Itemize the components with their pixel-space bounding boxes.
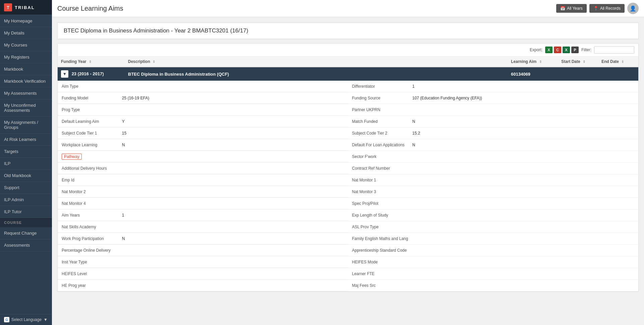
detail-row-nat-monitor1: Nat Monitor 1 [348, 174, 639, 186]
export-pdf-icon[interactable]: P [571, 47, 579, 53]
label-he-prog-year: HE Prog year [62, 283, 122, 288]
google-icon: G [4, 317, 9, 322]
table-panel: Export: X C X P Filter: Funding Year ⇕ [57, 43, 639, 292]
detail-row-contract-ref: Contract Ref Number [348, 163, 639, 174]
value-aim-years: 1 [122, 213, 124, 218]
calendar-icon: 📅 [560, 6, 565, 11]
export-xls2-icon[interactable]: X [563, 47, 570, 53]
topbar: Course Learning Aims 📅 All Years 📍 All R… [52, 0, 644, 17]
sidebar-item-old-markbook[interactable]: Old Markbook [0, 170, 52, 182]
row-toggle-icon[interactable]: ▼ [61, 70, 68, 78]
sidebar-item-my-courses[interactable]: My Courses [0, 39, 52, 51]
sidebar-item-request-change[interactable]: Request Change [0, 227, 52, 239]
sidebar-item-support[interactable]: Support [0, 182, 52, 194]
detail-row-default-learning-aim: Default Learning Aim Y [58, 116, 348, 127]
value-differentiator: 1 [412, 84, 415, 89]
label-aim-type: Aim Type [62, 84, 122, 89]
value-funding-source: 107 (Education Funding Agency (EFA)) [412, 96, 482, 100]
col-header-description: Description ⇕ [125, 57, 508, 67]
label-match-funded: Match Funded [352, 119, 412, 124]
filter-input[interactable] [594, 46, 634, 54]
sidebar-item-ilp-admin[interactable]: ILP Admin [0, 194, 52, 206]
detail-row-additional-delivery: Additional Delivery Hours [58, 163, 348, 174]
detail-row-work-prog: Work Prog Participation N [58, 233, 348, 244]
detail-row-heifes-mode: HEIFES Mode [348, 256, 639, 268]
detail-row-funding-model: Funding Model 25 (16-19 EFA) [58, 92, 348, 104]
label-heifes-level: HEIFES Level [62, 271, 122, 276]
detail-grid-3: Prog Type Partner UKPRN [58, 104, 638, 116]
select-language-label: Select Language [11, 317, 42, 322]
detail-row-nat-monitor2: Nat Monitor 2 [58, 186, 348, 197]
detail-row-workplace-learning: Workplace Learning N [58, 139, 348, 151]
label-contract-ref: Contract Ref Number [352, 166, 412, 171]
label-aim-years: Aim Years [62, 213, 122, 218]
avatar[interactable]: 👤 [627, 3, 639, 14]
select-language-button[interactable]: G Select Language ▼ [0, 314, 52, 325]
sidebar-item-my-registers[interactable]: My Registers [0, 51, 52, 63]
detail-row-nat-monitor4: Nat Monitor 4 [58, 198, 348, 209]
table-row-main[interactable]: ▼ 23 (2016 - 2017) BTEC Diploma in Busin… [58, 67, 638, 81]
label-subject-code-tier2: Subject Code Tier 2 [352, 131, 412, 136]
label-prog-type: Prog Type [62, 107, 122, 112]
sort-arrows-aim[interactable]: ⇕ [539, 60, 542, 64]
detail-grid-5: Subject Code Tier 1 15 Subject Code Tier… [58, 128, 638, 139]
export-xls-icon[interactable]: X [545, 47, 553, 53]
sort-arrows-desc[interactable]: ⇕ [152, 60, 155, 64]
sidebar-item-my-details[interactable]: My Details [0, 27, 52, 39]
main-panel: Course Learning Aims 📅 All Years 📍 All R… [52, 0, 644, 325]
export-label: Export: [530, 48, 542, 52]
row-start-date [558, 67, 598, 81]
label-exp-length: Exp Length of Study [352, 213, 412, 218]
sidebar-item-markbook[interactable]: Markbook [0, 63, 52, 75]
detail-row-maj-fees-src: Maj Fees Src [348, 280, 639, 291]
course-banner: BTEC Diploma in Business Administration … [57, 22, 639, 39]
all-records-button[interactable]: 📍 All Records [589, 4, 625, 13]
col-header-start-date: Start Date ⇕ [558, 57, 598, 67]
label-learner-fte: Learner FTE [352, 271, 412, 276]
label-spec-proj: Spec Proj/Pilot [352, 201, 412, 206]
logo-name: TRIBAL [15, 5, 35, 10]
page-title: Course Learning Aims [57, 5, 123, 12]
sort-arrows-start[interactable]: ⇕ [583, 60, 585, 64]
label-family-english: Family English Maths and Lang [352, 236, 412, 241]
detail-grid-14: Work Prog Participation N Family English… [58, 233, 638, 245]
label-default-loan: Default For Loan Applications [352, 143, 412, 147]
col-header-learning-aim: Learning Aim ⇕ [508, 57, 558, 67]
sidebar-item-at-risk-learners[interactable]: At Risk Learners [0, 134, 52, 146]
export-csv-icon[interactable]: C [554, 47, 561, 53]
sidebar-item-my-assessments[interactable]: My Assessments [0, 87, 52, 99]
label-pct-online: Percentage Online Delivery [62, 248, 122, 253]
value-subject-code-tier1: 15 [122, 131, 126, 136]
sidebar-item-ilp-tutor[interactable]: ILP Tutor [0, 206, 52, 218]
sidebar-item-assessments[interactable]: Assessments [0, 239, 52, 251]
label-partner-ukprn: Partner UKPRN [352, 107, 412, 112]
detail-grid-15: Percentage Online Delivery Apprenticeshi… [58, 245, 638, 256]
label-maj-fees-src: Maj Fees Src [352, 283, 412, 288]
sidebar-item-markbook-verification[interactable]: Markbook Verification [0, 75, 52, 87]
detail-row-heifes-level: HEIFES Level [58, 268, 348, 279]
detail-row-learner-fte: Learner FTE [348, 268, 639, 279]
label-heifes-mode: HEIFES Mode [352, 260, 412, 264]
detail-grid-11: Nat Monitor 4 Spec Proj/Pilot [58, 198, 638, 210]
detail-row-prog-type: Prog Type [58, 104, 348, 115]
all-years-button[interactable]: 📅 All Years [556, 4, 587, 13]
sidebar-item-my-assignments-groups[interactable]: My Assignments / Groups [0, 116, 52, 134]
detail-grid-13: Nat Skills Academy ASL Prov Type [58, 221, 638, 233]
detail-section: Aim Type Differentiator 1 [58, 81, 638, 292]
sort-arrows-end[interactable]: ⇕ [621, 60, 624, 64]
sidebar-item-ilp[interactable]: ILP [0, 158, 52, 170]
detail-grid-18: HE Prog year Maj Fees Src [58, 280, 638, 292]
label-emp-id: Emp Id [62, 178, 122, 182]
sidebar-item-my-unconfirmed-assessments[interactable]: My Unconfirmed Assessments [0, 99, 52, 116]
row-description: BTEC Diploma in Business Administration … [125, 67, 508, 81]
label-asl-prov: ASL Prov Type [352, 225, 412, 229]
sidebar-item-my-homepage[interactable]: My Homepage [0, 15, 52, 27]
label-funding-source: Funding Source [352, 96, 412, 100]
detail-row-default-loan: Default For Loan Applications N [348, 139, 639, 151]
detail-row-partner-ukprn: Partner UKPRN [348, 104, 639, 115]
detail-row-subject-code-tier2: Subject Code Tier 2 15.2 [348, 128, 639, 139]
label-nat-skills: Nat Skills Academy [62, 225, 122, 229]
label-nat-monitor3: Nat Monitor 3 [352, 189, 412, 194]
sidebar-item-targets[interactable]: Targets [0, 146, 52, 158]
sort-arrows-funding[interactable]: ⇕ [89, 60, 91, 64]
